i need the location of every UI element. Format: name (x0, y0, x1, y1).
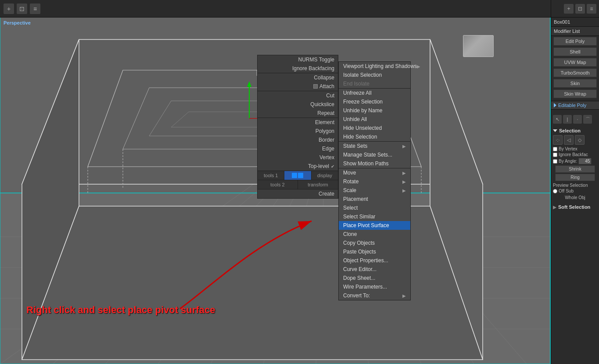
by-vertex-checkbox[interactable] (553, 147, 557, 151)
by-angle-input[interactable] (578, 158, 592, 164)
sel-vertex-icon[interactable]: ·:· (553, 135, 563, 145)
preview-selection-label: Preview Selection (553, 182, 597, 189)
by-angle-checkbox[interactable] (553, 159, 557, 164)
rp-dot-icon[interactable]: · (573, 115, 582, 124)
rp-cursor-icon[interactable]: ↖ (553, 115, 562, 124)
menu-icon[interactable]: ≡ (30, 4, 40, 14)
ctx-display-label: display (312, 171, 338, 180)
ignore-backfacing-checkbox[interactable] (553, 153, 557, 157)
add-icon[interactable]: + (4, 4, 14, 14)
ctx-copy-objects[interactable]: Copy Objects (339, 239, 410, 247)
ctx-viewport-lighting[interactable]: Viewport Lighting and Shadows ▶ (339, 62, 410, 71)
ctx-isolate-selection[interactable]: Isolate Selection (339, 71, 410, 79)
triangle-down-icon (553, 129, 557, 132)
editable-poly-label[interactable]: Editable Poly (551, 101, 599, 110)
ctx-end-isolate[interactable]: End Isolate (339, 79, 410, 88)
ctx-unhide-by-name[interactable]: Unhide by Name (339, 106, 410, 115)
ctx-wire-parameters[interactable]: Wire Parameters... (339, 282, 410, 291)
ctx-curve-editor[interactable]: Curve Editor... (339, 265, 410, 274)
preview-selection-options: Off Sub (553, 189, 597, 193)
modifier-turbosmooth[interactable]: TurboSmooth (553, 68, 596, 77)
rp-pipe-icon[interactable]: | (563, 115, 572, 124)
selection-section: Selection ·:· ◁ ◇ By Vertex Ignore Backf… (551, 127, 599, 202)
rp-icon-3[interactable]: ≡ (587, 4, 596, 14)
context-menu-right: Viewport Lighting and Shadows ▶ Isolate … (338, 61, 411, 300)
by-vertex-row: By Vertex (553, 146, 597, 151)
ctx-polygon[interactable]: Polygon (258, 127, 338, 136)
rp-icon-1[interactable]: + (564, 4, 574, 14)
ctx-element[interactable]: Element (258, 118, 338, 127)
modifier-skin-wrap[interactable]: Skin Wrap (553, 89, 596, 98)
by-angle-row: By Angle: (553, 158, 597, 164)
ctx-collapse[interactable]: Collapse (258, 73, 338, 82)
object-name: Box001 (551, 18, 599, 27)
modifier-skin[interactable]: Skin (553, 79, 596, 88)
ctx-edge[interactable]: Edge (258, 144, 338, 153)
whole-obj-label: Whole Obj (553, 194, 597, 201)
ctx-object-properties[interactable]: Object Properties... (339, 256, 410, 265)
ctx-freeze-selection[interactable]: Freeze Selection (339, 97, 410, 106)
ctx-transform: transform (298, 180, 338, 189)
svg-marker-24 (22, 206, 483, 360)
ctx-convert-to[interactable]: Convert To: ▶ (339, 291, 410, 300)
sel-diamond-icon[interactable]: ◇ (575, 135, 585, 145)
ctx-tools2: tools 2 (258, 180, 298, 189)
ctx-hide-selection[interactable]: Hide Selection (339, 132, 410, 141)
shrink-button[interactable]: Shrink (555, 165, 595, 173)
ctx-display (284, 171, 311, 180)
rp-icons-row: ↖ | · ⌒ (551, 113, 599, 125)
top-bar: + ⊡ ≡ (0, 0, 599, 18)
rp-curve-icon[interactable]: ⌒ (583, 115, 592, 124)
ctx-manage-state-sets[interactable]: Manage State Sets... (339, 150, 410, 159)
ctx-scale[interactable]: Scale ▶ (339, 186, 410, 195)
ignore-backfacing-row: Ignore Backfac (553, 152, 597, 157)
modifier-uvw-map[interactable]: UVW Map (553, 58, 596, 67)
model-render-thumbnail (463, 35, 498, 61)
ctx-dope-sheet[interactable]: Dope Sheet... (339, 274, 410, 282)
modifier-shell[interactable]: Shell (553, 47, 596, 56)
ctx-clone[interactable]: Clone (339, 230, 410, 239)
rp-icon-2[interactable]: ⊡ (575, 4, 585, 14)
ctx-select[interactable]: Select (339, 203, 410, 212)
sel-back-icon[interactable]: ◁ (564, 135, 574, 145)
ctx-vertex[interactable]: Vertex (258, 153, 338, 162)
soft-selection-title[interactable]: ▶ Soft Selection (551, 203, 599, 211)
ctx-move[interactable]: Move ▶ (339, 168, 410, 177)
ctx-attach[interactable]: Attach (258, 82, 338, 91)
modifier-list-label: Modifier List (551, 27, 599, 36)
ctx-show-motion-paths[interactable]: Show Motion Paths (339, 159, 410, 168)
ctx-select-similar[interactable]: Select Similar (339, 212, 410, 221)
sel-icons-row: ·:· ◁ ◇ (553, 135, 597, 145)
ctx-place-pivot-surface[interactable]: Place Pivot Surface (339, 221, 410, 230)
right-panel-top: + ⊡ ≡ (551, 0, 599, 18)
ctx-unhide-all[interactable]: Unhide All (339, 115, 410, 124)
ctx-hide-unselected[interactable]: Hide Unselected (339, 124, 410, 132)
right-panel: + ⊡ ≡ Box001 Modifier List Edit Poly She… (551, 0, 599, 364)
ctx-rotate[interactable]: Rotate ▶ (339, 177, 410, 186)
ctx-create[interactable]: Create (258, 189, 338, 198)
ctx-unfreeze-all[interactable]: Unfreeze All (339, 89, 410, 97)
modifier-edit-poly[interactable]: Edit Poly (553, 37, 596, 46)
ctx-tools1: tools 1 (258, 171, 284, 180)
ctx-paste-objects[interactable]: Paste Objects (339, 247, 410, 256)
ctx-attach-icon (313, 84, 318, 89)
ctx-cut[interactable]: Cut (258, 91, 338, 100)
ctx-toplevel[interactable]: Top-level ✔ (258, 162, 338, 171)
ctx-placement[interactable]: Placement (339, 195, 410, 203)
selection-title: Selection (553, 128, 597, 133)
ctx-border[interactable]: Border (258, 136, 338, 144)
context-menu-left: NURMS Toggle Ignore Backfacing Collapse … (257, 55, 338, 199)
viewport: Perspective NURMS Toggle Ignore Backfaci… (0, 18, 551, 364)
grid-icon[interactable]: ⊡ (17, 4, 27, 14)
triangle-right-icon (554, 103, 556, 107)
ctx-toolbar2: tools 2 transform (258, 180, 338, 189)
ctx-ignore-backfacing[interactable]: Ignore Backfacing (258, 64, 338, 73)
ctx-quickslice[interactable]: Quickslice (258, 100, 338, 109)
off-radio[interactable] (553, 189, 557, 193)
ctx-state-sets[interactable]: State Sets ▶ (339, 142, 410, 150)
ring-button[interactable]: Ring (555, 174, 595, 181)
ctx-toolbar: tools 1 display (258, 171, 338, 180)
viewport-label: Perspective (4, 20, 31, 25)
ctx-nurms-toggle[interactable]: NURMS Toggle (258, 55, 338, 64)
ctx-repeat[interactable]: Repeat (258, 109, 338, 118)
